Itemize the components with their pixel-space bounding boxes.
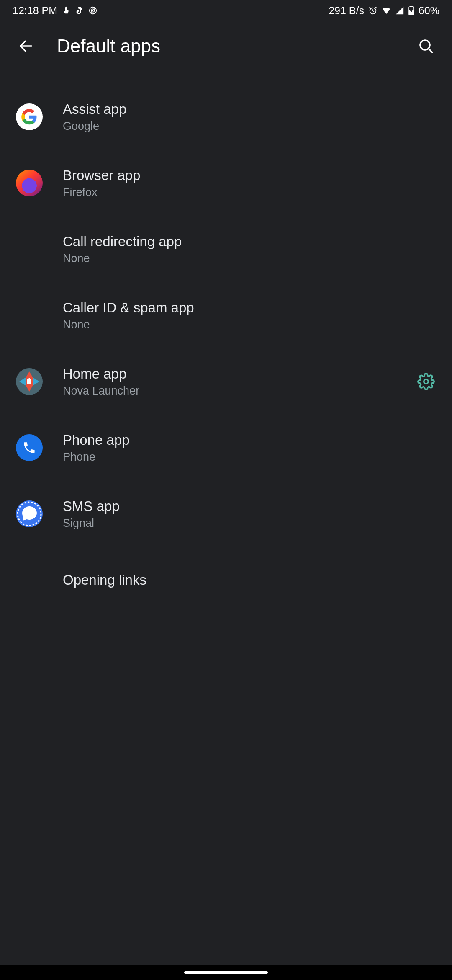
status-bar: 12:18 PM 291 B/s 60% (0, 0, 452, 21)
item-texts: Assist app Google (63, 101, 436, 133)
svg-marker-12 (33, 377, 39, 386)
gesture-nav-bar[interactable] (0, 965, 452, 980)
nav-pill (184, 971, 268, 974)
item-texts: Caller ID & spam app None (63, 300, 436, 331)
signal-cellular-icon (395, 6, 404, 15)
arrow-left-icon (18, 38, 34, 54)
svg-point-15 (424, 379, 429, 384)
item-texts: SMS app Signal (63, 498, 436, 530)
firefox-icon (16, 170, 43, 196)
item-subtitle: Signal (63, 517, 436, 530)
item-title: Home app (63, 366, 400, 382)
item-icon-slot (16, 170, 63, 196)
item-icon-slot (16, 103, 63, 130)
item-subtitle: Google (63, 120, 436, 133)
item-assist-app[interactable]: Assist app Google (0, 84, 452, 150)
alarm-icon (368, 6, 378, 15)
item-title: Opening links (63, 572, 436, 588)
item-call-redirecting-app[interactable]: Call redirecting app None (0, 216, 452, 282)
item-subtitle: Firefox (63, 186, 436, 199)
item-texts: Call redirecting app None (63, 234, 436, 265)
svg-rect-5 (410, 6, 413, 7)
item-title: Browser app (63, 168, 436, 183)
item-texts: Opening links (63, 572, 436, 588)
item-icon-slot (16, 368, 63, 395)
item-sms-app[interactable]: SMS app Signal (0, 481, 452, 547)
item-divider (404, 363, 404, 400)
signal-icon (16, 500, 43, 527)
item-texts: Browser app Firefox (63, 168, 436, 199)
item-icon-slot (16, 500, 63, 527)
default-apps-list: Assist app Google Browser app Firefox Ca… (0, 71, 452, 613)
dnd-icon (88, 6, 98, 15)
wifi-icon (382, 6, 391, 15)
touch-icon (62, 6, 71, 15)
item-title: SMS app (63, 498, 436, 514)
status-right: 291 B/s 60% (329, 5, 439, 17)
google-icon (16, 103, 43, 130)
phone-icon (16, 434, 43, 461)
item-texts: Phone app Phone (63, 432, 436, 464)
status-battery-pct: 60% (419, 5, 439, 17)
nyt-icon (75, 6, 84, 15)
gear-icon (417, 373, 435, 390)
item-browser-app[interactable]: Browser app Firefox (0, 150, 452, 216)
item-texts: Home app Nova Launcher (63, 366, 400, 397)
item-caller-id-spam-app[interactable]: Caller ID & spam app None (0, 282, 452, 348)
item-icon-slot (16, 434, 63, 461)
status-time: 12:18 PM (13, 5, 57, 17)
item-phone-app[interactable]: Phone app Phone (0, 415, 452, 481)
item-opening-links[interactable]: Opening links (0, 547, 452, 613)
status-net-speed: 291 B/s (329, 5, 364, 17)
item-subtitle: None (63, 252, 436, 265)
search-button[interactable] (416, 36, 436, 56)
item-home-app[interactable]: Home app Nova Launcher (0, 348, 452, 415)
item-title: Call redirecting app (63, 234, 436, 250)
nova-launcher-icon (16, 368, 43, 395)
page-title: Default apps (57, 36, 395, 57)
svg-line-9 (429, 49, 432, 52)
search-icon (418, 38, 434, 54)
item-subtitle: Nova Launcher (63, 384, 400, 397)
battery-charging-icon (408, 6, 414, 15)
home-app-settings-button[interactable] (416, 371, 436, 392)
item-subtitle: Phone (63, 451, 436, 464)
app-bar: Default apps (0, 21, 452, 71)
svg-marker-11 (19, 377, 26, 386)
item-title: Phone app (63, 432, 436, 448)
item-title: Assist app (63, 101, 436, 117)
back-button[interactable] (16, 36, 36, 56)
status-left: 12:18 PM (13, 5, 98, 17)
item-title: Caller ID & spam app (63, 300, 436, 316)
item-subtitle: None (63, 318, 436, 331)
